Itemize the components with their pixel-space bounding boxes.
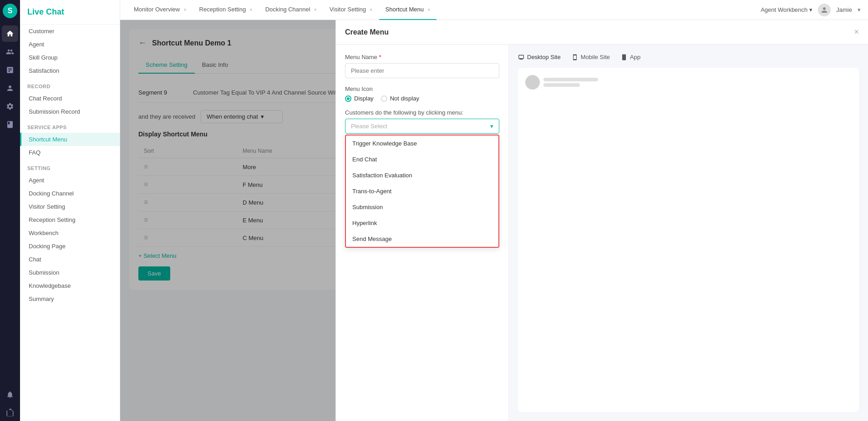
sidebar-item-chat[interactable]: Chat — [20, 253, 120, 266]
sidebar-brand: Live Chat — [20, 7, 120, 25]
nav-icon-bell[interactable] — [2, 386, 18, 403]
tab-reception[interactable]: Reception Setting × — [193, 0, 259, 20]
dropdown-item-send-message[interactable]: Send Message — [346, 231, 498, 247]
preview-tab-mobile[interactable]: Mobile Site — [572, 54, 610, 60]
tab-bar: Monitor Overview × Reception Setting × D… — [120, 0, 868, 20]
sidebar-item-submission[interactable]: Submission — [20, 266, 120, 279]
menu-icon-field: Menu Icon Display Not display — [345, 85, 499, 102]
preview-tab-desktop[interactable]: Desktop Site — [518, 54, 561, 60]
dropdown-item-trigger-kb[interactable]: Trigger Knowledge Base — [346, 135, 498, 151]
nav-icon-settings[interactable] — [2, 98, 18, 115]
app-logo: S — [3, 4, 17, 18]
nav-icon-person[interactable] — [2, 80, 18, 96]
action-dropdown[interactable]: Please Select ▾ — [345, 119, 499, 134]
section-service-apps: Service Apps — [20, 118, 120, 133]
sidebar-item-chat-record[interactable]: Chat Record — [20, 92, 120, 105]
section-setting: Setting — [20, 159, 120, 174]
preview-avatar — [525, 75, 540, 90]
tab-visitor[interactable]: Visitor Setting × — [323, 0, 379, 20]
tab-bar-right: Agent Workbench ▾ Jamie ▾ — [761, 4, 861, 16]
sidebar-item-docking-page[interactable]: Docking Page — [20, 240, 120, 253]
main: Monitor Overview × Reception Setting × D… — [120, 0, 868, 421]
sidebar-item-summary[interactable]: Summary — [20, 292, 120, 306]
nav-icon-home[interactable] — [2, 25, 18, 42]
sidebar-item-agent-setting[interactable]: Agent — [20, 174, 120, 187]
dropdown-item-trans-agent[interactable]: Trans-to-Agent — [346, 183, 498, 199]
nav-icon-chart[interactable] — [2, 62, 18, 78]
chevron-down-icon: ▾ — [809, 6, 812, 13]
preview-line-2 — [543, 83, 580, 87]
preview-header — [525, 75, 852, 90]
nav-icon-users[interactable] — [2, 44, 18, 60]
action-field: Customers do the following by clicking m… — [345, 109, 499, 248]
user-chevron-icon: ▾ — [858, 6, 861, 13]
required-star: * — [379, 54, 381, 60]
tab-close-visitor[interactable]: × — [370, 7, 372, 12]
nav-icon-box[interactable] — [2, 405, 18, 421]
radio-display[interactable]: Display — [345, 95, 374, 102]
dropdown-item-submission[interactable]: Submission — [346, 199, 498, 215]
sidebar-item-reception-setting[interactable]: Reception Setting — [20, 213, 120, 226]
menu-name-field: Menu Name * — [345, 54, 499, 78]
preview-lines — [543, 78, 598, 87]
dropdown-item-hyperlink[interactable]: Hyperlink — [346, 215, 498, 231]
section-record: Record — [20, 77, 120, 92]
sidebar-item-customer[interactable]: Customer — [20, 25, 120, 38]
menu-icon-label: Menu Icon — [345, 85, 499, 92]
close-button[interactable]: × — [854, 27, 859, 37]
sidebar-item-agent[interactable]: Agent — [20, 38, 120, 51]
sidebar-item-docking-channel[interactable]: Docking Channel — [20, 187, 120, 200]
create-menu-panel: Create Menu × Menu Name * — [335, 20, 868, 421]
chevron-down-icon: ▾ — [490, 123, 493, 130]
agent-workbench-dropdown[interactable]: Agent Workbench ▾ — [761, 6, 812, 13]
action-label: Customers do the following by clicking m… — [345, 109, 499, 116]
sidebar: Live Chat Customer Agent Skill Group Sat… — [20, 0, 120, 421]
tab-docking[interactable]: Docking Channel × — [259, 0, 323, 20]
preview-line-1 — [543, 78, 598, 81]
tab-bar-left: Monitor Overview × Reception Setting × D… — [127, 0, 437, 20]
preview-phone — [518, 68, 859, 412]
dropdown-item-satisfaction[interactable]: Satisfaction Evaluation — [346, 167, 498, 183]
sidebar-item-workbench[interactable]: Workbench — [20, 226, 120, 240]
modal-overlay: Create Menu × Menu Name * — [120, 20, 868, 421]
tab-close-docking[interactable]: × — [314, 7, 317, 12]
sidebar-item-submission-record[interactable]: Submission Record — [20, 105, 120, 118]
user-name: Jamie — [836, 6, 852, 13]
nav-icon-book[interactable] — [2, 116, 18, 133]
sidebar-item-shortcut-menu[interactable]: Shortcut Menu — [20, 133, 120, 146]
sidebar-item-visitor-setting[interactable]: Visitor Setting — [20, 200, 120, 213]
radio-display-dot — [345, 95, 351, 102]
dropdown-item-end-chat[interactable]: End Chat — [346, 151, 498, 167]
icon-bar: S — [0, 0, 20, 421]
tab-close-shortcut[interactable]: × — [427, 7, 430, 12]
action-dropdown-list: Trigger Knowledge Base End Chat Satisfac… — [345, 135, 499, 248]
tab-close-monitor[interactable]: × — [183, 7, 186, 12]
create-menu-body: Menu Name * Menu Icon Display — [336, 45, 868, 421]
tab-close-reception[interactable]: × — [249, 7, 252, 12]
radio-not-display-dot — [381, 95, 387, 102]
radio-not-display-label: Not display — [390, 95, 419, 102]
radio-not-display[interactable]: Not display — [381, 95, 419, 102]
sidebar-item-skill-group[interactable]: Skill Group — [20, 51, 120, 64]
radio-display-label: Display — [354, 95, 374, 102]
content-area: ← Shortcut Menu Demo 1 Scheme Setting Ba… — [120, 20, 868, 421]
sidebar-item-knowledgebase[interactable]: Knowledgebase — [20, 279, 120, 292]
preview-area: Desktop Site Mobile Site App — [509, 45, 868, 421]
create-menu-header: Create Menu × — [336, 20, 868, 45]
icon-radio-group: Display Not display — [345, 95, 499, 102]
action-placeholder: Please Select — [351, 123, 387, 130]
menu-name-input[interactable] — [345, 63, 499, 78]
tab-monitor[interactable]: Monitor Overview × — [127, 0, 193, 20]
user-avatar[interactable] — [818, 4, 831, 16]
create-menu-form: Menu Name * Menu Icon Display — [336, 45, 509, 421]
preview-tabs: Desktop Site Mobile Site App — [518, 54, 859, 60]
tab-shortcut[interactable]: Shortcut Menu × — [379, 0, 437, 20]
sidebar-item-faq[interactable]: FAQ — [20, 146, 120, 159]
menu-name-label: Menu Name * — [345, 54, 499, 60]
preview-tab-app[interactable]: App — [621, 54, 640, 60]
create-menu-title: Create Menu — [345, 28, 389, 36]
sidebar-item-satisfaction[interactable]: Satisfaction — [20, 64, 120, 77]
